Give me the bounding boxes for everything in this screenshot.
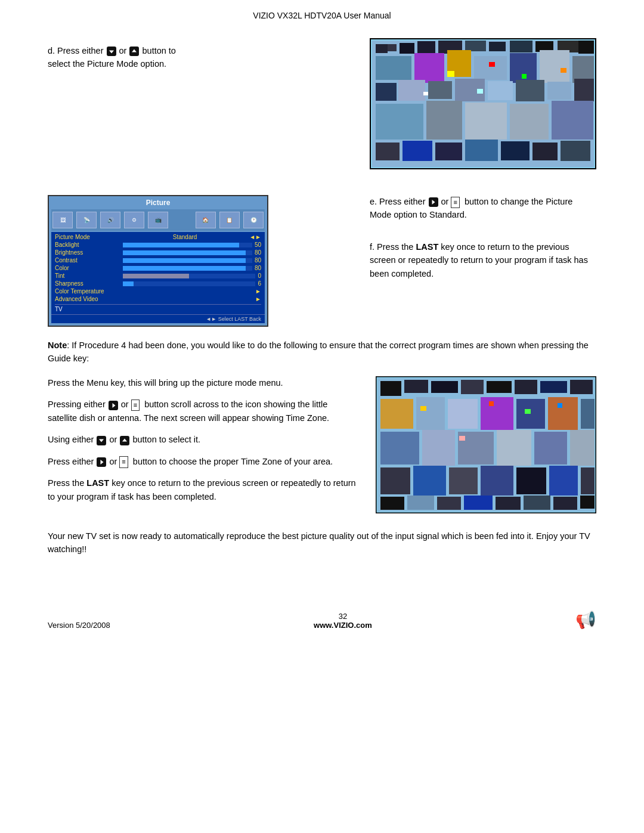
right-button-icon-c4 — [97, 457, 106, 467]
tint-label: Tint — [55, 272, 120, 279]
tv-menu-bottom-bar: ◄► Select LAST Back — [51, 314, 265, 323]
list-button-icon-c4: ≡ — [119, 456, 128, 467]
header-title: VIZIO VX32L HDTV20A User Manual — [253, 11, 391, 20]
picture-mode-label: Picture Mode — [55, 234, 120, 240]
tv-icon-8: 🕐 — [243, 212, 264, 228]
down-button-icon — [107, 47, 116, 56]
svg-rect-53 — [461, 380, 484, 394]
svg-rect-79 — [407, 496, 434, 510]
tv-icon-6: 🏠 — [196, 212, 216, 228]
tint-bar — [123, 274, 255, 278]
svg-rect-57 — [570, 380, 593, 394]
tv-icon-2: 📡 — [76, 212, 97, 228]
svg-rect-80 — [437, 497, 461, 510]
svg-rect-90 — [459, 436, 465, 441]
svg-rect-45 — [423, 92, 428, 95]
up-button-icon — [129, 47, 139, 56]
svg-rect-52 — [431, 381, 458, 393]
footer-logo: 📢 — [575, 610, 596, 630]
speaker-icon: 📢 — [575, 610, 596, 630]
svg-rect-35 — [402, 141, 432, 161]
svg-rect-13 — [578, 41, 594, 54]
svg-rect-78 — [380, 497, 404, 510]
para-pressing-either: Pressing either or ≡ button scroll acros… — [48, 398, 358, 425]
tint-bar-fill — [123, 274, 189, 278]
backlight-bar-fill — [123, 243, 239, 247]
contrast-bar — [123, 258, 252, 263]
bottom-section: Your new TV set is now ready to automati… — [48, 529, 596, 556]
tv-menu-row-advanced-video: Advanced Video ► — [55, 295, 261, 303]
note-section: Note: If Procedure 4 had been done, you … — [48, 339, 596, 366]
brightness-label: Brightness — [55, 249, 120, 256]
note-text: Note: If Procedure 4 had been done, you … — [48, 339, 596, 366]
svg-rect-40 — [561, 141, 590, 161]
svg-rect-75 — [516, 467, 546, 494]
svg-rect-38 — [501, 141, 530, 160]
tv-menu-row-tv: TV — [55, 304, 261, 313]
svg-rect-59 — [416, 397, 445, 430]
svg-rect-88 — [525, 409, 531, 414]
down-button-icon-c3 — [97, 436, 106, 445]
para-press-either-c4: Press either or ≡ button to choose the p… — [48, 455, 358, 468]
tv-menu-row-brightness: Brightness 80 — [55, 249, 261, 256]
instruction-e: e. Press either or ≡ button to change th… — [370, 195, 596, 222]
svg-rect-26 — [516, 80, 544, 101]
backlight-label: Backlight — [55, 241, 120, 248]
tv-label: TV — [55, 306, 120, 312]
svg-rect-77 — [581, 467, 595, 494]
tv-menu-row-sharpness: Sharpness 6 — [55, 280, 261, 287]
svg-rect-8 — [465, 41, 486, 51]
svg-rect-71 — [380, 467, 410, 494]
right-button-icon-c2 — [109, 401, 118, 410]
tv-menu-row-color-temp: Color Temperature ► — [55, 287, 261, 295]
sharpness-value: 6 — [258, 280, 261, 287]
sharpness-bar — [123, 281, 255, 286]
svg-rect-83 — [524, 496, 550, 510]
svg-rect-60 — [448, 399, 478, 429]
svg-rect-70 — [570, 430, 595, 466]
up-button-icon-c3 — [120, 436, 129, 445]
color-temp-label: Color Temperature — [55, 288, 120, 295]
final-paragraph: Your new TV set is now ready to automati… — [48, 529, 596, 556]
svg-rect-43 — [522, 74, 527, 79]
svg-rect-34 — [376, 143, 400, 160]
svg-rect-44 — [561, 68, 566, 73]
tv-menu-title: Picture — [51, 199, 265, 207]
tv-menu-row-picture-mode: Picture Mode Standard ◄► — [55, 233, 261, 241]
tv-menu-screenshot: Picture 🖼 📡 🔊 ⚙ 📺 🏠 📋 🕐 Picture Mode — [48, 195, 268, 327]
svg-rect-21 — [376, 83, 397, 101]
svg-rect-17 — [474, 56, 507, 80]
svg-rect-76 — [549, 466, 578, 496]
color-value: 80 — [255, 265, 261, 271]
footer-version: Version 5/20/2008 — [48, 621, 110, 630]
para-press-menu: Press the Menu key, this will bring up t… — [48, 376, 358, 389]
last-key-bold-f: LAST — [416, 242, 438, 252]
svg-rect-39 — [532, 143, 558, 160]
instruction-f: f. Press the LAST key once to return to … — [370, 240, 596, 280]
screen-image-1 — [370, 38, 596, 169]
color-bar-fill — [123, 266, 246, 271]
footer-page-number: 32 — [314, 612, 372, 621]
svg-rect-72 — [413, 466, 446, 496]
svg-rect-84 — [553, 497, 577, 510]
svg-rect-69 — [534, 432, 567, 465]
tv-menu-rows: Picture Mode Standard ◄► Backlight 50 — [51, 232, 265, 314]
svg-rect-46 — [477, 89, 483, 94]
svg-rect-66 — [422, 430, 455, 466]
svg-rect-29 — [376, 104, 423, 140]
svg-rect-56 — [540, 381, 567, 393]
svg-rect-31 — [465, 103, 507, 140]
contrast-value: 80 — [255, 257, 261, 264]
advanced-video-arrow: ► — [255, 296, 261, 302]
footer-center: 32 www.VIZIO.com — [314, 612, 372, 630]
brightness-value: 80 — [255, 249, 261, 256]
tv-icon-5: 📺 — [148, 212, 168, 228]
svg-rect-28 — [574, 79, 594, 101]
sharpness-bar-fill — [123, 281, 134, 286]
contrast-bar-fill — [123, 258, 246, 263]
svg-rect-5 — [400, 43, 414, 54]
svg-rect-30 — [426, 101, 462, 140]
color-temp-arrow: ► — [255, 288, 261, 295]
svg-rect-23 — [428, 81, 452, 99]
svg-rect-50 — [380, 381, 401, 396]
